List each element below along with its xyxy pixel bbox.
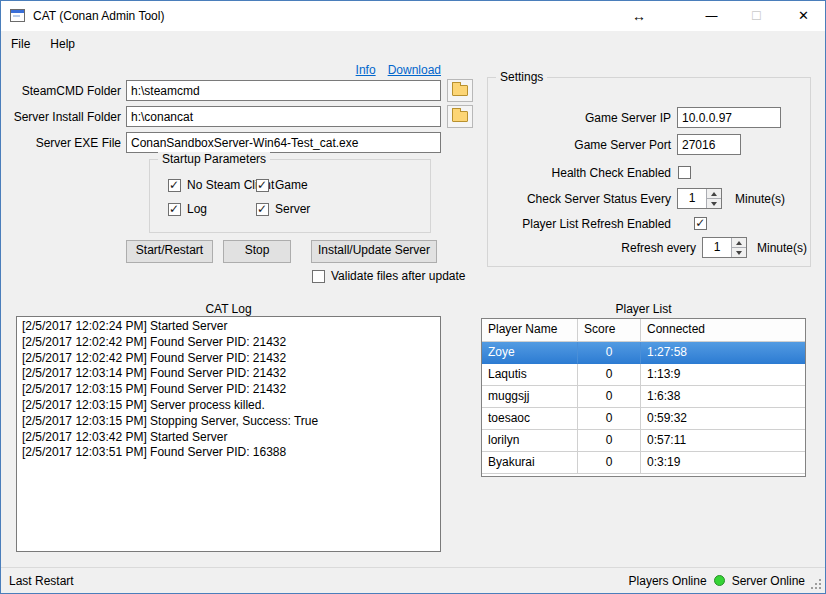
- log-line: [2/5/2017 12:03:14 PM] Found Server PID:…: [22, 366, 435, 382]
- check-interval-label: Check Server Status Every: [491, 192, 671, 206]
- game-server-port-label: Game Server Port: [491, 138, 671, 152]
- log-line: [2/5/2017 12:03:51 PM] Found Server PID:…: [22, 445, 435, 461]
- table-row[interactable]: Zoye 0 1:27:58: [482, 342, 805, 364]
- cell-player-name: muggsjj: [482, 386, 578, 408]
- folder-icon: [452, 111, 468, 122]
- cell-score: 0: [578, 452, 641, 474]
- check-interval-spinner[interactable]: 1: [677, 188, 722, 209]
- info-link[interactable]: Info: [356, 63, 376, 77]
- refresh-every-label: Refresh every: [516, 241, 696, 255]
- startup-parameters-title: Startup Parameters: [158, 152, 270, 166]
- spinner-down-button[interactable]: [707, 199, 721, 208]
- player-list-table: Player Name Score Connected Zoye 0 1:27:…: [481, 318, 806, 477]
- log-label: Log: [187, 202, 207, 216]
- checkbox-row-server: ✓ Server: [256, 202, 310, 216]
- log-line: [2/5/2017 12:03:15 PM] Server process ki…: [22, 398, 435, 414]
- no-steam-client-checkbox[interactable]: ✓: [168, 179, 181, 192]
- cell-score: 0: [578, 408, 641, 430]
- cell-score: 0: [578, 430, 641, 452]
- cell-connected: 0:3:19: [641, 452, 805, 474]
- app-window: CAT (Conan Admin Tool) ↔ — ☐ ✕ File Help…: [0, 0, 826, 594]
- cell-connected: 0:59:32: [641, 408, 805, 430]
- table-row[interactable]: muggsjj 0 1:6:38: [482, 386, 805, 408]
- column-header-player-name[interactable]: Player Name: [482, 319, 578, 342]
- game-checkbox[interactable]: ✓: [256, 179, 269, 192]
- table-row[interactable]: Laqutis 0 1:13:9: [482, 364, 805, 386]
- table-row[interactable]: lorilyn 0 0:57:11: [482, 430, 805, 452]
- log-line: [2/5/2017 12:03:15 PM] Stopping Server, …: [22, 414, 435, 430]
- server-online-label: Server Online: [732, 574, 805, 588]
- log-checkbox[interactable]: ✓: [168, 203, 181, 216]
- players-online-status-icon: [714, 575, 725, 586]
- status-bar: Last Restart Players Online Server Onlin…: [1, 567, 825, 593]
- browse-steamcmd-button[interactable]: [447, 79, 473, 102]
- validate-files-row: ✓ Validate files after update: [312, 269, 466, 283]
- window-title: CAT (Conan Admin Tool): [33, 9, 164, 23]
- cell-player-name: Laqutis: [482, 364, 578, 386]
- menu-file[interactable]: File: [1, 33, 40, 55]
- server-checkbox[interactable]: ✓: [256, 203, 269, 216]
- resize-grip[interactable]: [819, 587, 821, 589]
- checkbox-row-log: ✓ Log: [168, 202, 207, 216]
- last-restart-label: Last Restart: [9, 574, 74, 588]
- cell-connected: 0:57:11: [641, 430, 805, 452]
- install-folder-label: Server Install Folder: [9, 110, 121, 124]
- check-interval-suffix: Minute(s): [735, 192, 785, 206]
- title-bar: CAT (Conan Admin Tool) ↔ — ☐ ✕: [1, 1, 825, 31]
- menu-bar: File Help: [1, 31, 825, 56]
- steamcmd-folder-input[interactable]: [126, 80, 441, 101]
- server-label: Server: [275, 202, 310, 216]
- check-icon: ✓: [169, 202, 179, 216]
- check-interval-value: 1: [678, 189, 706, 208]
- checkbox-row-game: ✓ Game: [256, 178, 308, 192]
- cell-connected: 1:27:58: [641, 342, 805, 364]
- health-check-checkbox[interactable]: ✓: [678, 166, 691, 179]
- cell-connected: 1:6:38: [641, 386, 805, 408]
- exe-file-input[interactable]: [126, 132, 441, 153]
- minimize-button[interactable]: —: [689, 1, 734, 31]
- refresh-every-value: 1: [703, 238, 731, 257]
- player-refresh-label: Player List Refresh Enabled: [491, 217, 671, 231]
- startup-parameters-group: Startup Parameters ✓ No Steam Client ✓ G…: [149, 159, 431, 233]
- players-online-label: Players Online: [629, 574, 707, 588]
- validate-files-checkbox[interactable]: ✓: [312, 270, 325, 283]
- install-folder-input[interactable]: [126, 106, 441, 127]
- cell-connected: 1:13:9: [641, 364, 805, 386]
- health-check-label: Health Check Enabled: [491, 166, 671, 180]
- spinner-up-button[interactable]: [707, 189, 721, 199]
- table-row[interactable]: toesaoc 0 0:59:32: [482, 408, 805, 430]
- chevron-up-icon: [711, 192, 717, 196]
- close-button[interactable]: ✕: [781, 1, 826, 31]
- cell-score: 0: [578, 386, 641, 408]
- refresh-every-spinner[interactable]: 1: [702, 237, 747, 258]
- cat-log-title: CAT Log: [16, 302, 441, 316]
- stop-button[interactable]: Stop: [223, 240, 291, 263]
- cat-log-textbox[interactable]: [2/5/2017 12:02:24 PM] Started Server [2…: [16, 316, 441, 552]
- cell-player-name: Byakurai: [482, 452, 578, 474]
- table-header-row: Player Name Score Connected: [482, 319, 805, 342]
- download-link[interactable]: Download: [388, 63, 441, 77]
- log-line: [2/5/2017 12:02:42 PM] Found Server PID:…: [22, 351, 435, 367]
- links-row: Info Download: [126, 63, 441, 77]
- steamcmd-folder-label: SteamCMD Folder: [9, 84, 121, 98]
- column-header-score[interactable]: Score: [578, 319, 641, 342]
- game-server-port-input[interactable]: [677, 134, 741, 155]
- column-header-connected[interactable]: Connected: [641, 319, 805, 342]
- player-refresh-checkbox[interactable]: ✓: [694, 217, 707, 230]
- check-icon: ✓: [257, 202, 267, 216]
- menu-help[interactable]: Help: [40, 33, 85, 55]
- check-icon: ✓: [169, 178, 179, 192]
- spinner-up-button[interactable]: [732, 238, 746, 248]
- start-restart-button[interactable]: Start/Restart: [126, 240, 213, 263]
- chevron-down-icon: [711, 202, 717, 206]
- resize-arrows-icon: ↔: [621, 1, 657, 31]
- check-icon: ✓: [257, 178, 267, 192]
- install-update-server-button[interactable]: Install/Update Server: [311, 240, 437, 263]
- game-server-ip-input[interactable]: [677, 107, 781, 128]
- validate-files-label: Validate files after update: [331, 269, 466, 283]
- browse-install-button[interactable]: [447, 105, 473, 128]
- exe-file-label: Server EXE File: [9, 136, 121, 150]
- cell-player-name: toesaoc: [482, 408, 578, 430]
- table-row[interactable]: Byakurai 0 0:3:19: [482, 452, 805, 474]
- spinner-down-button[interactable]: [732, 248, 746, 257]
